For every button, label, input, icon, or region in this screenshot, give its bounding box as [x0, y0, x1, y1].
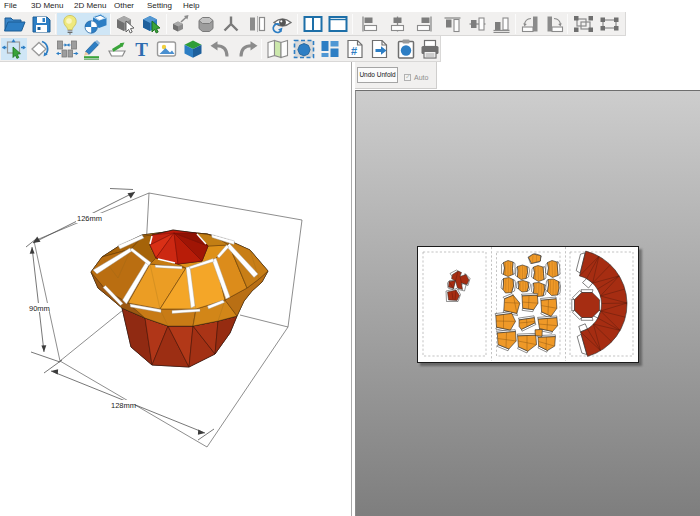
svg-text:T: T [135, 39, 148, 60]
svg-text:90mm: 90mm [29, 304, 50, 313]
svg-text:128mm: 128mm [111, 401, 136, 410]
svg-text:#: # [351, 45, 357, 57]
svg-text:126mm: 126mm [77, 214, 102, 223]
